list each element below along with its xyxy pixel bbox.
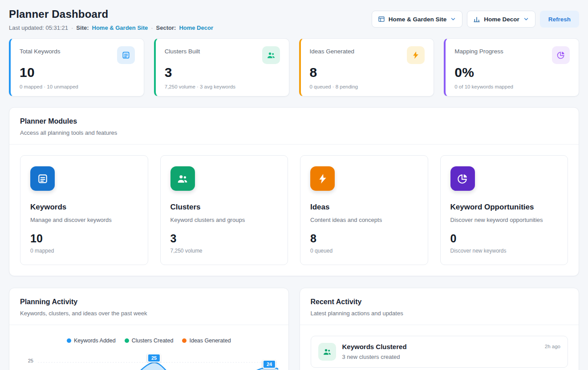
- modules-subtitle: Access all planning tools and features: [20, 129, 568, 136]
- header-meta: Last updated: 05:31:21 · Site: Home & Ga…: [9, 24, 213, 31]
- module-description: Manage and discover keywords: [30, 217, 138, 223]
- list-icon: [30, 166, 55, 191]
- activity-item-content: Keywords Clustered 3 new clusters create…: [342, 343, 539, 360]
- module-title: Ideas: [310, 203, 418, 212]
- stat-value: 0%: [454, 65, 570, 80]
- planning-activity-card: Planning Activity Keywords, clusters, an…: [9, 288, 289, 370]
- refresh-button[interactable]: Refresh: [540, 11, 579, 28]
- module-caption: 0 queued: [310, 248, 418, 254]
- modules-header: Planner Modules Access all planning tool…: [9, 108, 579, 145]
- legend-item-clusters-created: Clusters Created: [125, 338, 174, 344]
- stat-label: Total Keywords: [20, 46, 61, 55]
- y-axis-tick: 25: [23, 358, 33, 363]
- stat-value: 8: [310, 65, 425, 80]
- sector-selector-value: Home Decor: [484, 16, 519, 23]
- bottom-row: Planning Activity Keywords, clusters, an…: [9, 288, 579, 370]
- legend-label: Ideas Generated: [189, 338, 231, 344]
- pie-chart-icon: [450, 166, 475, 191]
- data-point-badge: 25: [147, 354, 161, 362]
- module-title: Keyword Opportunities: [450, 203, 558, 212]
- module-tile-clusters[interactable]: Clusters Keyword clusters and groups 3 7…: [160, 155, 288, 265]
- users-icon: [170, 166, 195, 191]
- sector-selector-dropdown[interactable]: Home Decor: [467, 11, 535, 28]
- module-tile-keywords[interactable]: Keywords Manage and discover keywords 10…: [20, 155, 148, 265]
- module-tile-keyword-opportunities[interactable]: Keyword Opportunities Discover new keywo…: [440, 155, 568, 265]
- legend-item-ideas-generated: Ideas Generated: [182, 338, 231, 344]
- activity-item-description: 3 new clusters created: [342, 354, 539, 360]
- stat-value: 3: [165, 65, 280, 80]
- stat-label: Clusters Built: [165, 46, 200, 55]
- page-title: Planner Dashboard: [9, 8, 213, 20]
- activity-list-item[interactable]: Keywords Clustered 3 new clusters create…: [311, 336, 568, 368]
- stat-card-mapping-progress: Mapping Progress 0% 0 of 10 keywords map…: [444, 38, 579, 97]
- site-icon: [378, 16, 385, 23]
- site-link[interactable]: Home & Garden Site: [92, 24, 148, 31]
- activity-chart: Keywords Added Clusters Created Ideas Ge…: [9, 325, 288, 370]
- module-title: Keywords: [30, 203, 138, 212]
- module-value: 0: [450, 232, 558, 245]
- legend-label: Keywords Added: [74, 338, 116, 344]
- legend-dot-blue: [67, 338, 71, 343]
- activity-item-timestamp: 2h ago: [545, 343, 560, 349]
- module-tile-ideas[interactable]: Ideas Content ideas and concepts 8 0 que…: [300, 155, 428, 265]
- module-caption: 7,250 volume: [170, 248, 278, 254]
- site-selector-dropdown[interactable]: Home & Garden Site: [372, 11, 463, 28]
- chevron-down-icon: [450, 16, 456, 22]
- stat-card-total-keywords: Total Keywords 10 0 mapped · 10 unmapped: [9, 38, 144, 97]
- modules-grid: Keywords Manage and discover keywords 10…: [9, 145, 579, 276]
- legend-label: Clusters Created: [132, 338, 174, 344]
- list-icon: [117, 46, 135, 64]
- stat-value: 10: [20, 65, 135, 80]
- area-chart-canvas: 25 25 24: [20, 352, 278, 370]
- module-description: Keyword clusters and groups: [170, 217, 278, 223]
- recent-activity-card: Recent Activity Latest planning actions …: [300, 288, 580, 370]
- header-left: Planner Dashboard Last updated: 05:31:21…: [9, 8, 213, 31]
- bar-chart-icon: [473, 16, 480, 23]
- legend-item-keywords-added: Keywords Added: [67, 338, 116, 344]
- recent-activity-title: Recent Activity: [311, 298, 568, 306]
- module-value: 10: [30, 232, 138, 245]
- module-value: 3: [170, 232, 278, 245]
- module-caption: 0 mapped: [30, 248, 138, 254]
- module-value: 8: [310, 232, 418, 245]
- bolt-icon: [407, 46, 425, 64]
- recent-activity-subtitle: Latest planning actions and updates: [311, 310, 568, 317]
- stat-caption: 0 of 10 keywords mapped: [454, 84, 570, 89]
- pie-chart-icon: [552, 46, 570, 64]
- stat-card-ideas-generated: Ideas Generated 8 0 queued · 8 pending: [299, 38, 434, 97]
- chevron-down-icon: [523, 16, 529, 22]
- stat-card-clusters-built: Clusters Built 3 7,250 volume · 3 avg ke…: [154, 38, 289, 97]
- data-point-badge: 24: [263, 360, 276, 369]
- planning-activity-title: Planning Activity: [20, 298, 278, 306]
- stat-caption: 0 queued · 8 pending: [310, 84, 425, 89]
- site-label: Site:: [76, 24, 89, 31]
- planning-activity-header: Planning Activity Keywords, clusters, an…: [9, 288, 288, 325]
- stat-label: Ideas Generated: [310, 46, 355, 55]
- bolt-icon: [310, 166, 335, 191]
- planning-activity-subtitle: Keywords, clusters, and ideas over the p…: [20, 310, 278, 317]
- stats-row: Total Keywords 10 0 mapped · 10 unmapped…: [9, 38, 579, 97]
- legend-dot-green: [125, 338, 129, 343]
- meta-separator: ·: [151, 24, 153, 31]
- legend-dot-orange: [182, 338, 187, 343]
- sector-label: Sector:: [156, 24, 176, 31]
- module-caption: Discover new keywords: [450, 248, 558, 254]
- users-icon: [318, 343, 336, 361]
- planner-modules-card: Planner Modules Access all planning tool…: [9, 107, 579, 276]
- page-header: Planner Dashboard Last updated: 05:31:21…: [9, 8, 579, 31]
- meta-separator: ·: [71, 24, 73, 31]
- stat-label: Mapping Progress: [454, 46, 503, 55]
- module-title: Clusters: [170, 203, 278, 212]
- chart-legend: Keywords Added Clusters Created Ideas Ge…: [20, 338, 278, 344]
- recent-activity-list: Keywords Clustered 3 new clusters create…: [300, 325, 579, 370]
- activity-item-title: Keywords Clustered: [342, 343, 539, 350]
- header-controls: Home & Garden Site Home Decor Refresh: [372, 11, 579, 28]
- module-description: Content ideas and concepts: [310, 217, 418, 223]
- stat-caption: 7,250 volume · 3 avg keywords: [165, 84, 280, 89]
- last-updated-text: Last updated: 05:31:21: [9, 24, 68, 31]
- sector-link[interactable]: Home Decor: [179, 24, 213, 31]
- site-selector-value: Home & Garden Site: [389, 16, 447, 23]
- recent-activity-header: Recent Activity Latest planning actions …: [300, 288, 579, 325]
- module-description: Discover new keyword opportunities: [450, 217, 558, 223]
- planner-dashboard-page: Planner Dashboard Last updated: 05:31:21…: [0, 0, 588, 370]
